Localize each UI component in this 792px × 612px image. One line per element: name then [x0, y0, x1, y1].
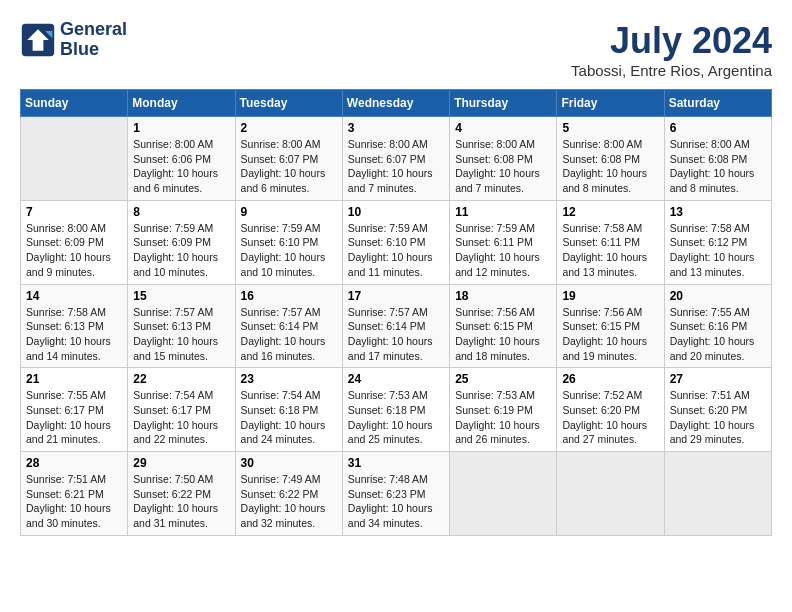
day-info: Sunrise: 8:00 AMSunset: 6:08 PMDaylight:… — [562, 137, 658, 196]
header-cell-friday: Friday — [557, 90, 664, 117]
day-cell: 30Sunrise: 7:49 AMSunset: 6:22 PMDayligh… — [235, 452, 342, 536]
day-info: Sunrise: 7:55 AMSunset: 6:16 PMDaylight:… — [670, 305, 766, 364]
day-cell: 31Sunrise: 7:48 AMSunset: 6:23 PMDayligh… — [342, 452, 449, 536]
week-row-5: 28Sunrise: 7:51 AMSunset: 6:21 PMDayligh… — [21, 452, 772, 536]
day-cell — [21, 117, 128, 201]
day-cell: 12Sunrise: 7:58 AMSunset: 6:11 PMDayligh… — [557, 200, 664, 284]
day-number: 25 — [455, 372, 551, 386]
day-info: Sunrise: 7:50 AMSunset: 6:22 PMDaylight:… — [133, 472, 229, 531]
day-cell: 5Sunrise: 8:00 AMSunset: 6:08 PMDaylight… — [557, 117, 664, 201]
day-cell: 15Sunrise: 7:57 AMSunset: 6:13 PMDayligh… — [128, 284, 235, 368]
day-number: 1 — [133, 121, 229, 135]
day-info: Sunrise: 8:00 AMSunset: 6:08 PMDaylight:… — [455, 137, 551, 196]
header-cell-tuesday: Tuesday — [235, 90, 342, 117]
day-number: 15 — [133, 289, 229, 303]
logo-icon — [20, 22, 56, 58]
day-info: Sunrise: 7:48 AMSunset: 6:23 PMDaylight:… — [348, 472, 444, 531]
day-number: 29 — [133, 456, 229, 470]
day-number: 26 — [562, 372, 658, 386]
day-number: 24 — [348, 372, 444, 386]
day-info: Sunrise: 7:58 AMSunset: 6:11 PMDaylight:… — [562, 221, 658, 280]
day-cell: 28Sunrise: 7:51 AMSunset: 6:21 PMDayligh… — [21, 452, 128, 536]
day-number: 18 — [455, 289, 551, 303]
day-cell — [664, 452, 771, 536]
day-cell: 22Sunrise: 7:54 AMSunset: 6:17 PMDayligh… — [128, 368, 235, 452]
day-number: 21 — [26, 372, 122, 386]
day-number: 7 — [26, 205, 122, 219]
month-title: July 2024 — [571, 20, 772, 62]
calendar-table: SundayMondayTuesdayWednesdayThursdayFrid… — [20, 89, 772, 536]
day-info: Sunrise: 7:57 AMSunset: 6:14 PMDaylight:… — [241, 305, 337, 364]
day-number: 28 — [26, 456, 122, 470]
header-cell-wednesday: Wednesday — [342, 90, 449, 117]
day-number: 8 — [133, 205, 229, 219]
day-info: Sunrise: 8:00 AMSunset: 6:07 PMDaylight:… — [241, 137, 337, 196]
day-number: 23 — [241, 372, 337, 386]
title-area: July 2024 Tabossi, Entre Rios, Argentina — [571, 20, 772, 79]
day-info: Sunrise: 7:57 AMSunset: 6:13 PMDaylight:… — [133, 305, 229, 364]
day-number: 10 — [348, 205, 444, 219]
day-cell: 10Sunrise: 7:59 AMSunset: 6:10 PMDayligh… — [342, 200, 449, 284]
calendar-body: 1Sunrise: 8:00 AMSunset: 6:06 PMDaylight… — [21, 117, 772, 536]
day-cell: 29Sunrise: 7:50 AMSunset: 6:22 PMDayligh… — [128, 452, 235, 536]
day-info: Sunrise: 7:58 AMSunset: 6:12 PMDaylight:… — [670, 221, 766, 280]
day-cell: 27Sunrise: 7:51 AMSunset: 6:20 PMDayligh… — [664, 368, 771, 452]
day-cell: 21Sunrise: 7:55 AMSunset: 6:17 PMDayligh… — [21, 368, 128, 452]
day-number: 2 — [241, 121, 337, 135]
day-number: 9 — [241, 205, 337, 219]
day-info: Sunrise: 7:55 AMSunset: 6:17 PMDaylight:… — [26, 388, 122, 447]
day-number: 14 — [26, 289, 122, 303]
day-info: Sunrise: 7:59 AMSunset: 6:11 PMDaylight:… — [455, 221, 551, 280]
day-cell: 11Sunrise: 7:59 AMSunset: 6:11 PMDayligh… — [450, 200, 557, 284]
day-cell: 20Sunrise: 7:55 AMSunset: 6:16 PMDayligh… — [664, 284, 771, 368]
day-info: Sunrise: 7:56 AMSunset: 6:15 PMDaylight:… — [455, 305, 551, 364]
day-cell: 9Sunrise: 7:59 AMSunset: 6:10 PMDaylight… — [235, 200, 342, 284]
day-info: Sunrise: 8:00 AMSunset: 6:06 PMDaylight:… — [133, 137, 229, 196]
week-row-1: 1Sunrise: 8:00 AMSunset: 6:06 PMDaylight… — [21, 117, 772, 201]
day-cell: 18Sunrise: 7:56 AMSunset: 6:15 PMDayligh… — [450, 284, 557, 368]
day-cell: 25Sunrise: 7:53 AMSunset: 6:19 PMDayligh… — [450, 368, 557, 452]
calendar-header: SundayMondayTuesdayWednesdayThursdayFrid… — [21, 90, 772, 117]
day-info: Sunrise: 7:59 AMSunset: 6:10 PMDaylight:… — [241, 221, 337, 280]
day-number: 3 — [348, 121, 444, 135]
day-info: Sunrise: 7:49 AMSunset: 6:22 PMDaylight:… — [241, 472, 337, 531]
day-cell: 26Sunrise: 7:52 AMSunset: 6:20 PMDayligh… — [557, 368, 664, 452]
day-info: Sunrise: 7:52 AMSunset: 6:20 PMDaylight:… — [562, 388, 658, 447]
day-cell: 19Sunrise: 7:56 AMSunset: 6:15 PMDayligh… — [557, 284, 664, 368]
day-number: 17 — [348, 289, 444, 303]
day-cell: 24Sunrise: 7:53 AMSunset: 6:18 PMDayligh… — [342, 368, 449, 452]
day-info: Sunrise: 7:59 AMSunset: 6:09 PMDaylight:… — [133, 221, 229, 280]
day-cell: 1Sunrise: 8:00 AMSunset: 6:06 PMDaylight… — [128, 117, 235, 201]
day-number: 22 — [133, 372, 229, 386]
day-cell: 14Sunrise: 7:58 AMSunset: 6:13 PMDayligh… — [21, 284, 128, 368]
day-info: Sunrise: 7:54 AMSunset: 6:18 PMDaylight:… — [241, 388, 337, 447]
day-info: Sunrise: 8:00 AMSunset: 6:07 PMDaylight:… — [348, 137, 444, 196]
day-info: Sunrise: 7:57 AMSunset: 6:14 PMDaylight:… — [348, 305, 444, 364]
day-cell — [450, 452, 557, 536]
location-title: Tabossi, Entre Rios, Argentina — [571, 62, 772, 79]
day-number: 12 — [562, 205, 658, 219]
day-info: Sunrise: 8:00 AMSunset: 6:09 PMDaylight:… — [26, 221, 122, 280]
day-number: 6 — [670, 121, 766, 135]
header: General Blue July 2024 Tabossi, Entre Ri… — [20, 20, 772, 79]
day-info: Sunrise: 8:00 AMSunset: 6:08 PMDaylight:… — [670, 137, 766, 196]
day-number: 31 — [348, 456, 444, 470]
header-cell-saturday: Saturday — [664, 90, 771, 117]
day-info: Sunrise: 7:56 AMSunset: 6:15 PMDaylight:… — [562, 305, 658, 364]
week-row-3: 14Sunrise: 7:58 AMSunset: 6:13 PMDayligh… — [21, 284, 772, 368]
day-cell: 6Sunrise: 8:00 AMSunset: 6:08 PMDaylight… — [664, 117, 771, 201]
day-number: 13 — [670, 205, 766, 219]
week-row-2: 7Sunrise: 8:00 AMSunset: 6:09 PMDaylight… — [21, 200, 772, 284]
day-number: 16 — [241, 289, 337, 303]
day-number: 11 — [455, 205, 551, 219]
day-cell: 3Sunrise: 8:00 AMSunset: 6:07 PMDaylight… — [342, 117, 449, 201]
header-cell-sunday: Sunday — [21, 90, 128, 117]
day-cell — [557, 452, 664, 536]
day-number: 19 — [562, 289, 658, 303]
header-cell-monday: Monday — [128, 90, 235, 117]
day-info: Sunrise: 7:59 AMSunset: 6:10 PMDaylight:… — [348, 221, 444, 280]
day-cell: 13Sunrise: 7:58 AMSunset: 6:12 PMDayligh… — [664, 200, 771, 284]
day-cell: 8Sunrise: 7:59 AMSunset: 6:09 PMDaylight… — [128, 200, 235, 284]
day-number: 27 — [670, 372, 766, 386]
day-number: 30 — [241, 456, 337, 470]
